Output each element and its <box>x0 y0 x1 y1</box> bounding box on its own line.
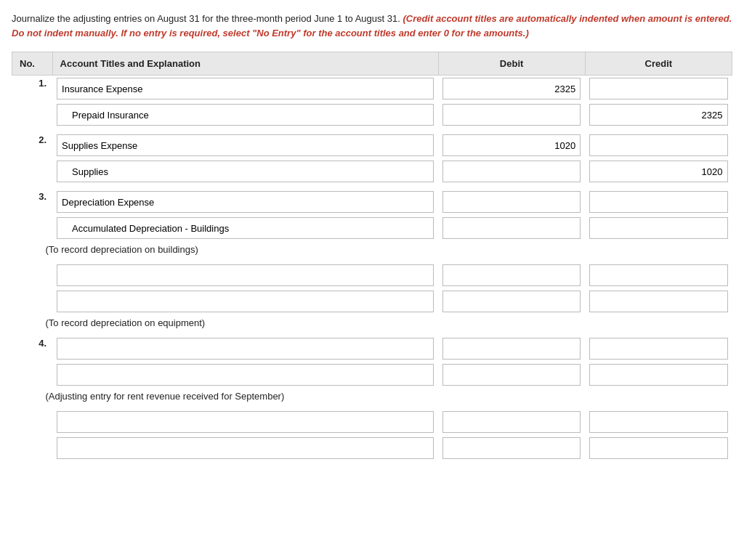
account-input[interactable] <box>57 161 434 182</box>
credit-input[interactable] <box>589 437 727 459</box>
debit-input[interactable] <box>442 78 581 100</box>
credit-input[interactable] <box>589 104 727 126</box>
account-input[interactable] <box>57 364 434 386</box>
instructions-main: Journalize the adjusting entries on Augu… <box>12 13 400 24</box>
table-row <box>12 158 732 184</box>
debit-input[interactable] <box>442 264 581 286</box>
note-text: (To record depreciation on buildings) <box>12 241 732 258</box>
entry-number <box>12 409 53 435</box>
note-text: (To record depreciation on equipment) <box>12 315 732 331</box>
debit-input[interactable] <box>442 191 581 213</box>
header-account: Account Titles and Explanation <box>52 52 438 76</box>
table-row <box>12 409 732 435</box>
entry-number <box>12 288 53 315</box>
debit-input[interactable] <box>442 437 581 459</box>
credit-input[interactable] <box>589 78 727 100</box>
table-row <box>12 215 732 241</box>
account-input[interactable] <box>57 264 434 286</box>
table-row <box>12 362 732 388</box>
account-input[interactable] <box>57 78 434 100</box>
account-input[interactable] <box>57 437 434 459</box>
entry-number: 4. <box>12 336 53 362</box>
account-input[interactable] <box>57 104 434 126</box>
credit-input[interactable] <box>589 161 727 182</box>
table-row <box>12 435 732 461</box>
entry-number <box>12 102 53 128</box>
entry-number <box>12 215 53 241</box>
credit-input[interactable] <box>589 291 727 312</box>
entry-number <box>12 362 53 388</box>
debit-input[interactable] <box>442 104 581 126</box>
header-no: No. <box>12 52 53 76</box>
credit-input[interactable] <box>589 364 727 386</box>
debit-input[interactable] <box>442 364 581 386</box>
debit-input[interactable] <box>442 217 581 239</box>
account-input[interactable] <box>57 134 434 156</box>
table-row: 2. <box>12 132 732 158</box>
spacer <box>12 461 732 466</box>
journal-table: No. Account Titles and Explanation Debit… <box>12 52 732 466</box>
entry-number <box>12 158 53 184</box>
header-debit: Debit <box>438 52 585 76</box>
debit-input[interactable] <box>442 134 581 156</box>
note-row: (Adjusting entry for rent revenue receiv… <box>12 388 732 405</box>
note-row: (To record depreciation on buildings) <box>12 241 732 258</box>
entry-number: 1. <box>12 76 53 102</box>
table-row <box>12 262 732 288</box>
note-text: (Adjusting entry for rent revenue receiv… <box>12 388 732 405</box>
entry-number <box>12 262 53 288</box>
credit-input[interactable] <box>589 338 727 360</box>
entry-number <box>12 435 53 461</box>
credit-input[interactable] <box>589 217 727 239</box>
table-row <box>12 102 732 128</box>
debit-input[interactable] <box>442 338 581 360</box>
account-input[interactable] <box>57 338 434 360</box>
account-input[interactable] <box>57 191 434 213</box>
account-input[interactable] <box>57 411 434 433</box>
entry-number: 3. <box>12 189 53 215</box>
account-input[interactable] <box>57 217 434 239</box>
debit-input[interactable] <box>442 161 581 182</box>
debit-input[interactable] <box>442 411 581 433</box>
table-row: 4. <box>12 336 732 362</box>
entry-number: 2. <box>12 132 53 158</box>
credit-input[interactable] <box>589 264 727 286</box>
table-row: 1. <box>12 76 732 102</box>
debit-input[interactable] <box>442 291 581 312</box>
header-credit: Credit <box>585 52 732 76</box>
credit-input[interactable] <box>589 191 727 213</box>
instructions: Journalize the adjusting entries on Augu… <box>12 12 732 40</box>
credit-input[interactable] <box>589 134 727 156</box>
account-input[interactable] <box>57 291 434 312</box>
credit-input[interactable] <box>589 411 727 433</box>
table-row: 3. <box>12 189 732 215</box>
table-row <box>12 288 732 315</box>
note-row: (To record depreciation on equipment) <box>12 315 732 331</box>
